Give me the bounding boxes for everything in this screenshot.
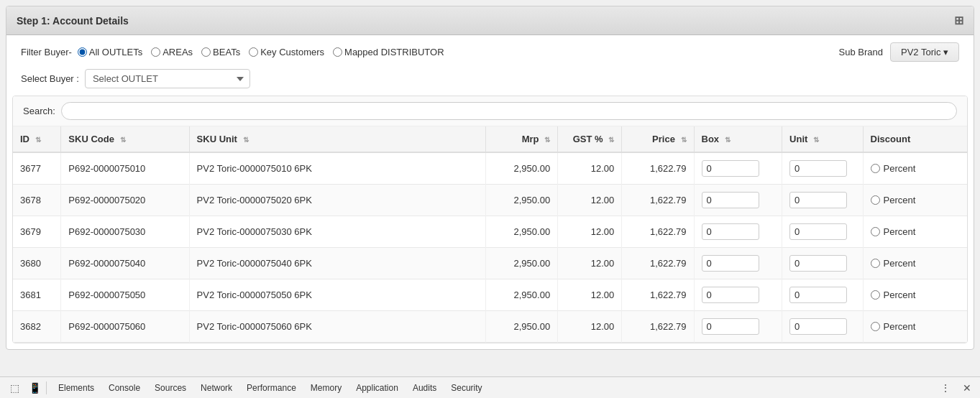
cell-price: 1,622.79 <box>622 185 694 216</box>
box-input-5[interactable] <box>702 318 759 335</box>
devtools-tab-console[interactable]: Console <box>101 380 147 396</box>
cell-price: 1,622.79 <box>622 279 694 311</box>
devtools-more-icon[interactable]: ⋮ <box>935 378 956 398</box>
col-header-sku-code[interactable]: SKU Code ⇅ <box>61 126 189 152</box>
box-input-0[interactable] <box>702 160 759 177</box>
devtools-right: ⋮ ✕ <box>935 378 976 398</box>
cell-mrp: 2,950.00 <box>485 152 557 185</box>
sort-icon-mrp: ⇅ <box>544 136 550 144</box>
box-input-4[interactable] <box>702 287 759 303</box>
cell-discount: Percent <box>863 216 967 248</box>
filter-radio-group: All OUTLETs AREAs BEATs Key Customers Ma… <box>78 47 444 57</box>
cell-sku-unit: PV2 Toric-0000075050 6PK <box>189 279 485 311</box>
radio-beats-input[interactable] <box>201 47 211 57</box>
sub-brand-button[interactable]: PV2 Toric ▾ <box>890 42 959 62</box>
devtools-close-button[interactable]: ✕ <box>958 379 976 397</box>
cell-gst: 12.00 <box>558 248 622 279</box>
cell-id: 3677 <box>13 152 61 185</box>
cell-price: 1,622.79 <box>622 311 694 343</box>
box-input-1[interactable] <box>702 192 759 208</box>
percent-radio-input-4[interactable] <box>871 290 880 300</box>
col-header-box[interactable]: Box ⇅ <box>694 126 782 152</box>
cell-unit <box>782 311 864 343</box>
cell-unit <box>782 248 864 279</box>
devtools-bar: ⬚ 📱 Elements Console Sources Network Per… <box>0 376 980 398</box>
radio-all-outlets[interactable]: All OUTLETs <box>78 47 142 57</box>
unit-input-5[interactable] <box>789 318 847 335</box>
percent-radio-0[interactable]: Percent <box>871 163 960 174</box>
percent-radio-4[interactable]: Percent <box>871 290 960 300</box>
devtools-tab-elements[interactable]: Elements <box>51 380 101 396</box>
sub-brand-label: Sub Brand <box>839 47 883 57</box>
percent-radio-input-0[interactable] <box>871 164 880 173</box>
devtools-tab-application[interactable]: Application <box>349 380 406 396</box>
devtools-tab-audits[interactable]: Audits <box>406 380 444 396</box>
table-header-row: ID ⇅ SKU Code ⇅ SKU Unit ⇅ Mrp <box>13 126 967 152</box>
radio-mapped-distributor-input[interactable] <box>333 47 342 57</box>
table-body: 3677 P692-0000075010 PV2 Toric-000007501… <box>13 152 967 343</box>
table-row: 3679 P692-0000075030 PV2 Toric-000007503… <box>13 216 967 248</box>
expand-icon[interactable]: ⊞ <box>954 14 963 27</box>
percent-label-3: Percent <box>884 258 916 269</box>
cell-id: 3679 <box>13 216 61 248</box>
col-header-id[interactable]: ID ⇅ <box>13 126 61 152</box>
unit-input-2[interactable] <box>789 223 847 240</box>
box-input-2[interactable] <box>702 223 759 240</box>
percent-radio-3[interactable]: Percent <box>871 258 960 269</box>
unit-input-0[interactable] <box>789 160 847 177</box>
devtools-tabs: Elements Console Sources Network Perform… <box>51 380 490 396</box>
cell-sku-unit: PV2 Toric-0000075010 6PK <box>189 152 485 185</box>
devtools-tab-network[interactable]: Network <box>193 380 239 396</box>
cell-mrp: 2,950.00 <box>485 248 557 279</box>
product-table: ID ⇅ SKU Code ⇅ SKU Unit ⇅ Mrp <box>13 126 967 343</box>
radio-all-outlets-input[interactable] <box>78 47 87 57</box>
percent-radio-1[interactable]: Percent <box>871 195 960 205</box>
radio-key-customers-input[interactable] <box>249 47 258 57</box>
devtools-tab-performance[interactable]: Performance <box>239 380 303 396</box>
cell-price: 1,622.79 <box>622 152 694 185</box>
percent-radio-input-2[interactable] <box>871 227 880 236</box>
percent-radio-2[interactable]: Percent <box>871 226 960 237</box>
cell-discount: Percent <box>863 248 967 279</box>
percent-radio-5[interactable]: Percent <box>871 321 960 332</box>
cell-sku-code: P692-0000075010 <box>61 152 189 185</box>
devtools-tab-security[interactable]: Security <box>444 380 489 396</box>
cell-sku-unit: PV2 Toric-0000075020 6PK <box>189 185 485 216</box>
radio-areas-input[interactable] <box>151 47 160 57</box>
devtools-device-icon[interactable]: 📱 <box>24 378 45 398</box>
radio-key-customers[interactable]: Key Customers <box>249 47 324 57</box>
radio-mapped-distributor[interactable]: Mapped DISTRIBUTOR <box>333 47 444 57</box>
sub-brand-section: Sub Brand PV2 Toric ▾ <box>839 42 959 62</box>
percent-label-0: Percent <box>884 163 916 174</box>
devtools-tab-sources[interactable]: Sources <box>147 380 193 396</box>
cell-gst: 12.00 <box>558 185 622 216</box>
col-header-gst[interactable]: GST % ⇅ <box>558 126 622 152</box>
select-outlet-dropdown[interactable]: Select OUTLET <box>85 69 250 88</box>
percent-radio-input-5[interactable] <box>871 322 880 331</box>
col-header-price[interactable]: Price ⇅ <box>622 126 694 152</box>
cell-gst: 12.00 <box>558 311 622 343</box>
percent-radio-input-1[interactable] <box>871 195 880 205</box>
col-header-mrp[interactable]: Mrp ⇅ <box>485 126 557 152</box>
radio-beats[interactable]: BEATs <box>201 47 240 57</box>
search-bar: Search: <box>13 96 967 126</box>
cell-sku-unit: PV2 Toric-0000075030 6PK <box>189 216 485 248</box>
unit-input-3[interactable] <box>789 255 847 272</box>
cell-box <box>694 152 782 185</box>
cell-box <box>694 216 782 248</box>
cell-sku-unit: PV2 Toric-0000075060 6PK <box>189 311 485 343</box>
search-input[interactable] <box>61 102 957 120</box>
radio-areas[interactable]: AREAs <box>151 47 193 57</box>
col-header-unit[interactable]: Unit ⇅ <box>782 126 864 152</box>
unit-input-4[interactable] <box>789 287 847 303</box>
percent-radio-input-3[interactable] <box>871 259 880 268</box>
col-header-discount[interactable]: Discount <box>863 126 967 152</box>
unit-input-1[interactable] <box>789 192 847 208</box>
devtools-tab-memory[interactable]: Memory <box>303 380 349 396</box>
box-input-3[interactable] <box>702 255 759 272</box>
radio-areas-label: AREAs <box>162 47 193 57</box>
cell-gst: 12.00 <box>558 279 622 311</box>
cell-mrp: 2,950.00 <box>485 311 557 343</box>
devtools-inspect-icon[interactable]: ⬚ <box>4 378 24 398</box>
col-header-sku-unit[interactable]: SKU Unit ⇅ <box>189 126 485 152</box>
